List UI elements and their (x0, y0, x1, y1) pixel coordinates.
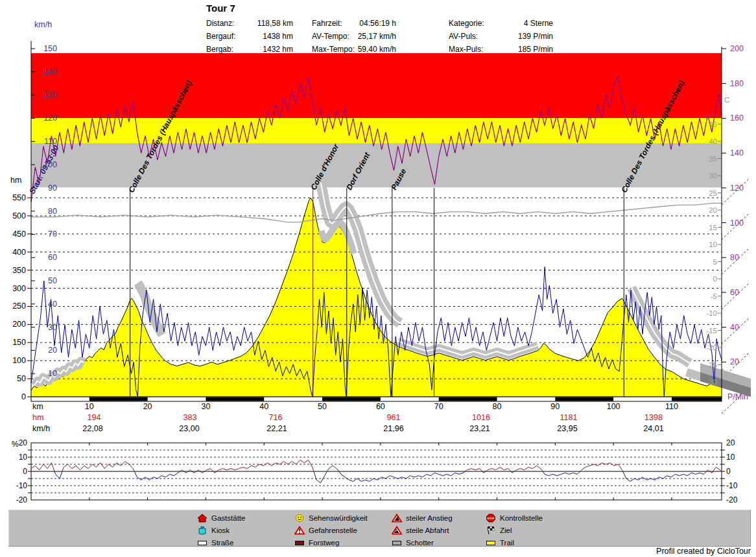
axis-tick-label: 70 (434, 402, 443, 411)
steep-descent-icon (392, 526, 403, 535)
axis-tick-label: 30 (709, 172, 717, 180)
distance-bar-segment (439, 397, 497, 401)
axis-tick-label: C (724, 96, 729, 104)
stop-sign-icon: STOP (486, 514, 497, 523)
axis-tick-label: 21,96 (383, 424, 403, 433)
steep-climb-icon (392, 514, 403, 523)
axis-tick-label: 194 (88, 413, 101, 422)
stat-value-kategorie: 4 Sterne (491, 19, 553, 28)
legend-item-forstweg: Forstweg (294, 538, 339, 548)
legend-item-label: Schotter (406, 539, 434, 547)
legend-item-label: Forstweg (309, 539, 339, 547)
axis-tick-label: 160 (730, 113, 744, 123)
legend-item-label: Trail (500, 539, 514, 547)
axis-tick-label: 80 (730, 253, 739, 262)
axis-tick-label: 180 (730, 79, 744, 88)
house-icon (197, 514, 208, 523)
tour-profile-chart: Start: 09:53:00Colle Des Tordes (Hauspäs… (0, 0, 756, 557)
road-icon (197, 538, 208, 547)
axis-tick-label: hm (32, 413, 43, 422)
axis-tick-label: 0 (23, 467, 27, 476)
axis-tick-label: 20 (726, 438, 735, 447)
axis-tick-label: 550 (12, 193, 26, 202)
smiley-icon (294, 514, 305, 523)
axis-tick-label: -30 (706, 378, 717, 386)
stat-value-distanz: 118,58 km (235, 19, 293, 28)
legend-item-label: steiler Anstieg (406, 514, 453, 522)
stat-value-av-puls: 139 P/min (491, 32, 553, 41)
axis-tick-label: 30 (48, 323, 57, 332)
axis-tick-label: 400 (12, 248, 26, 257)
legend: Gaststätte Kiosk Straße Sehenswürdigkeit… (8, 510, 751, 547)
axis-tick-label: 110 (44, 137, 57, 146)
stat-label-bergab: Bergab: (206, 45, 233, 54)
temperature-series (31, 203, 722, 222)
warning-triangle-icon (294, 526, 305, 535)
axis-tick-label: 22,21 (266, 424, 287, 433)
axis-tick-label: 0 (21, 392, 26, 401)
legend-item-label: steile Abfahrt (406, 527, 449, 534)
axis-tick-label: 10 (709, 241, 717, 248)
axis-tick-label: 140 (730, 148, 744, 158)
legend-item-schotter: Schotter (392, 538, 434, 548)
axis-tick-label: 20 (730, 357, 739, 366)
stat-value-max-tempo: 59,40 km/h (347, 45, 396, 54)
axis-tick-label: hm (10, 176, 21, 185)
distance-bar-segment (89, 397, 148, 401)
axis-tick-label: 50 (48, 276, 57, 285)
axis-tick-label: 110 (665, 402, 678, 411)
axis-tick-label: 130 (43, 91, 57, 100)
gravel-icon (392, 538, 403, 547)
axis-tick-label: 10 (19, 453, 28, 462)
axis-tick-label: 20 (19, 438, 28, 447)
axis-tick-label: 250 (12, 302, 26, 311)
axis-tick-label: 20 (143, 402, 152, 411)
legend-item-label: Gefahrenstelle (309, 527, 357, 534)
axis-tick-label: 50 (318, 402, 327, 411)
stat-value-max-puls: 185 P/min (491, 45, 553, 54)
axis-tick-label: 70 (48, 230, 57, 239)
legend-item-strasse: Straße (197, 538, 234, 548)
axis-tick-label: 1016 (472, 413, 490, 422)
axis-tick-label: 40 (709, 137, 717, 145)
axis-tick-label: 120 (730, 184, 744, 193)
axis-tick-label: 90 (550, 402, 560, 411)
stat-label-bergauf: Bergauf: (206, 32, 235, 41)
legend-item-steile-abfahrt: steile Abfahrt (392, 525, 449, 536)
axis-tick-label: 383 (183, 413, 197, 422)
axis-tick-label: -10 (16, 481, 28, 490)
axis-tick-label: 100 (730, 219, 744, 228)
stat-value-av-tempo: 25,17 km/h (347, 32, 396, 41)
ciclotour-profile-page: Start: 09:53:00Colle Des Tordes (Hauspäs… (0, 0, 756, 557)
trail-icon (486, 538, 497, 547)
axis-tick-label: 1398 (644, 413, 663, 422)
legend-item-kiosk: Kiosk (197, 525, 230, 536)
legend-item-sehenswuerdigkeit: Sehenswürdigkeit (294, 513, 368, 523)
legend-item-label: Ziel (500, 527, 512, 534)
axis-tick-label: 961 (387, 413, 401, 422)
axis-tick-label: -5 (711, 292, 717, 300)
axis-tick-label: 60 (48, 253, 57, 262)
axis-tick-label: 200 (730, 44, 744, 53)
legend-item-label: Kontrollstelle (500, 514, 543, 522)
stat-value-bergab: 1432 hm (235, 45, 293, 54)
stat-value-fahrzeit: 04:56:19 h (347, 19, 396, 28)
stat-label-av-puls: AV-Puls: (449, 32, 478, 41)
axis-tick-label: km (32, 402, 43, 411)
stat-label-av-tempo: AV-Tempo: (312, 32, 349, 41)
axis-tick-label: 40 (259, 402, 268, 411)
legend-item-steiler-anstieg: steiler Anstieg (392, 513, 453, 523)
axis-tick-label: 23,21 (469, 424, 490, 433)
credit-text: Profil created by CicloTour (558, 547, 751, 556)
axis-tick-label: 22,08 (82, 424, 102, 433)
axis-tick-label: 80 (493, 402, 502, 411)
axis-tick-label: -20 (16, 495, 28, 504)
axis-tick-label: 40 (730, 323, 739, 332)
distance-bar-segment (672, 397, 722, 401)
legend-item-ziel: Ziel (486, 525, 512, 536)
axis-tick-label: 10 (85, 402, 94, 411)
axis-tick-label: P/Min (727, 392, 748, 401)
legend-item-label: Gaststätte (211, 514, 245, 522)
stat-label-max-puls: Max-Puls: (449, 45, 483, 54)
kiosk-icon (197, 526, 208, 535)
